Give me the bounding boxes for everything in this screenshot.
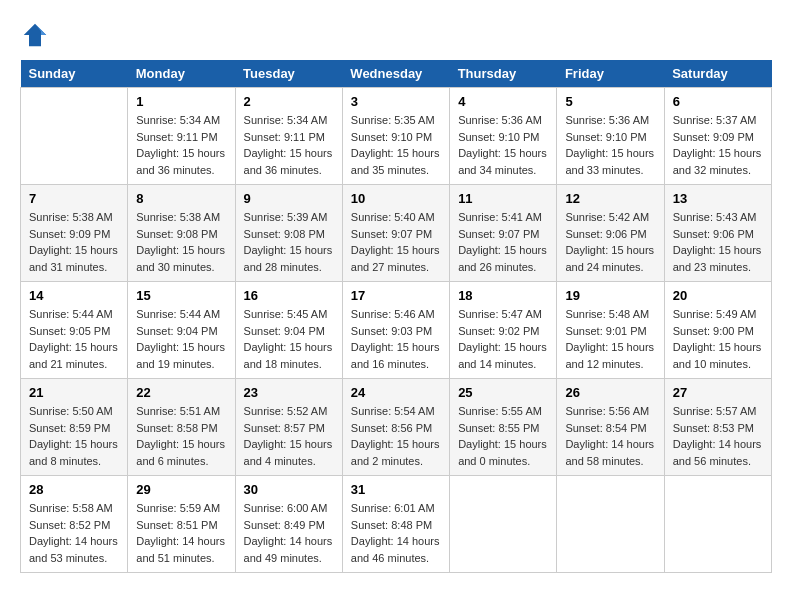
daylight: Daylight: 15 hours and 36 minutes. xyxy=(244,147,333,176)
calendar-week-0: 1 Sunrise: 5:34 AM Sunset: 9:11 PM Dayli… xyxy=(21,88,772,185)
sunrise: Sunrise: 5:56 AM xyxy=(565,405,649,417)
day-number: 26 xyxy=(565,385,655,400)
sunset: Sunset: 8:57 PM xyxy=(244,422,325,434)
sunset: Sunset: 9:08 PM xyxy=(244,228,325,240)
sunset: Sunset: 9:08 PM xyxy=(136,228,217,240)
day-info: Sunrise: 5:51 AM Sunset: 8:58 PM Dayligh… xyxy=(136,403,226,469)
calendar-cell: 30 Sunrise: 6:00 AM Sunset: 8:49 PM Dayl… xyxy=(235,476,342,573)
calendar-cell: 8 Sunrise: 5:38 AM Sunset: 9:08 PM Dayli… xyxy=(128,185,235,282)
calendar-cell: 14 Sunrise: 5:44 AM Sunset: 9:05 PM Dayl… xyxy=(21,282,128,379)
daylight: Daylight: 15 hours and 23 minutes. xyxy=(673,244,762,273)
sunset: Sunset: 9:11 PM xyxy=(136,131,217,143)
daylight: Daylight: 14 hours and 53 minutes. xyxy=(29,535,118,564)
day-info: Sunrise: 5:39 AM Sunset: 9:08 PM Dayligh… xyxy=(244,209,334,275)
calendar-cell: 24 Sunrise: 5:54 AM Sunset: 8:56 PM Dayl… xyxy=(342,379,449,476)
calendar-cell: 2 Sunrise: 5:34 AM Sunset: 9:11 PM Dayli… xyxy=(235,88,342,185)
day-info: Sunrise: 5:55 AM Sunset: 8:55 PM Dayligh… xyxy=(458,403,548,469)
calendar-cell: 16 Sunrise: 5:45 AM Sunset: 9:04 PM Dayl… xyxy=(235,282,342,379)
day-info: Sunrise: 5:36 AM Sunset: 9:10 PM Dayligh… xyxy=(458,112,548,178)
day-info: Sunrise: 5:40 AM Sunset: 9:07 PM Dayligh… xyxy=(351,209,441,275)
daylight: Daylight: 14 hours and 51 minutes. xyxy=(136,535,225,564)
day-number: 5 xyxy=(565,94,655,109)
daylight: Daylight: 15 hours and 6 minutes. xyxy=(136,438,225,467)
daylight: Daylight: 14 hours and 49 minutes. xyxy=(244,535,333,564)
sunrise: Sunrise: 5:51 AM xyxy=(136,405,220,417)
calendar-cell: 22 Sunrise: 5:51 AM Sunset: 8:58 PM Dayl… xyxy=(128,379,235,476)
calendar-cell: 15 Sunrise: 5:44 AM Sunset: 9:04 PM Dayl… xyxy=(128,282,235,379)
sunrise: Sunrise: 5:34 AM xyxy=(136,114,220,126)
sunrise: Sunrise: 5:36 AM xyxy=(458,114,542,126)
sunset: Sunset: 8:51 PM xyxy=(136,519,217,531)
calendar-cell: 20 Sunrise: 5:49 AM Sunset: 9:00 PM Dayl… xyxy=(664,282,771,379)
day-number: 11 xyxy=(458,191,548,206)
day-number: 16 xyxy=(244,288,334,303)
sunrise: Sunrise: 5:47 AM xyxy=(458,308,542,320)
day-info: Sunrise: 5:45 AM Sunset: 9:04 PM Dayligh… xyxy=(244,306,334,372)
calendar-cell: 17 Sunrise: 5:46 AM Sunset: 9:03 PM Dayl… xyxy=(342,282,449,379)
sunset: Sunset: 8:48 PM xyxy=(351,519,432,531)
daylight: Daylight: 15 hours and 24 minutes. xyxy=(565,244,654,273)
day-info: Sunrise: 5:44 AM Sunset: 9:05 PM Dayligh… xyxy=(29,306,119,372)
daylight: Daylight: 15 hours and 2 minutes. xyxy=(351,438,440,467)
calendar-cell: 25 Sunrise: 5:55 AM Sunset: 8:55 PM Dayl… xyxy=(450,379,557,476)
day-number: 10 xyxy=(351,191,441,206)
sunset: Sunset: 9:09 PM xyxy=(29,228,110,240)
day-number: 22 xyxy=(136,385,226,400)
calendar-header-row: SundayMondayTuesdayWednesdayThursdayFrid… xyxy=(21,60,772,88)
sunrise: Sunrise: 5:48 AM xyxy=(565,308,649,320)
calendar-cell: 11 Sunrise: 5:41 AM Sunset: 9:07 PM Dayl… xyxy=(450,185,557,282)
calendar-cell: 27 Sunrise: 5:57 AM Sunset: 8:53 PM Dayl… xyxy=(664,379,771,476)
day-info: Sunrise: 5:36 AM Sunset: 9:10 PM Dayligh… xyxy=(565,112,655,178)
sunrise: Sunrise: 6:00 AM xyxy=(244,502,328,514)
calendar-cell: 21 Sunrise: 5:50 AM Sunset: 8:59 PM Dayl… xyxy=(21,379,128,476)
daylight: Daylight: 15 hours and 32 minutes. xyxy=(673,147,762,176)
sunrise: Sunrise: 5:49 AM xyxy=(673,308,757,320)
sunset: Sunset: 8:49 PM xyxy=(244,519,325,531)
sunrise: Sunrise: 5:45 AM xyxy=(244,308,328,320)
sunset: Sunset: 9:06 PM xyxy=(565,228,646,240)
sunrise: Sunrise: 5:34 AM xyxy=(244,114,328,126)
calendar-cell: 7 Sunrise: 5:38 AM Sunset: 9:09 PM Dayli… xyxy=(21,185,128,282)
sunrise: Sunrise: 5:35 AM xyxy=(351,114,435,126)
day-number: 30 xyxy=(244,482,334,497)
sunrise: Sunrise: 5:55 AM xyxy=(458,405,542,417)
daylight: Daylight: 14 hours and 46 minutes. xyxy=(351,535,440,564)
day-info: Sunrise: 5:49 AM Sunset: 9:00 PM Dayligh… xyxy=(673,306,763,372)
sunrise: Sunrise: 5:58 AM xyxy=(29,502,113,514)
sunset: Sunset: 8:58 PM xyxy=(136,422,217,434)
calendar-cell: 18 Sunrise: 5:47 AM Sunset: 9:02 PM Dayl… xyxy=(450,282,557,379)
day-info: Sunrise: 5:38 AM Sunset: 9:09 PM Dayligh… xyxy=(29,209,119,275)
calendar-cell: 19 Sunrise: 5:48 AM Sunset: 9:01 PM Dayl… xyxy=(557,282,664,379)
calendar-table: SundayMondayTuesdayWednesdayThursdayFrid… xyxy=(20,60,772,573)
calendar-cell: 6 Sunrise: 5:37 AM Sunset: 9:09 PM Dayli… xyxy=(664,88,771,185)
calendar-cell: 5 Sunrise: 5:36 AM Sunset: 9:10 PM Dayli… xyxy=(557,88,664,185)
daylight: Daylight: 15 hours and 33 minutes. xyxy=(565,147,654,176)
sunset: Sunset: 9:04 PM xyxy=(136,325,217,337)
day-info: Sunrise: 5:59 AM Sunset: 8:51 PM Dayligh… xyxy=(136,500,226,566)
day-number: 28 xyxy=(29,482,119,497)
day-number: 20 xyxy=(673,288,763,303)
sunrise: Sunrise: 6:01 AM xyxy=(351,502,435,514)
day-number: 9 xyxy=(244,191,334,206)
sunrise: Sunrise: 5:42 AM xyxy=(565,211,649,223)
daylight: Daylight: 15 hours and 34 minutes. xyxy=(458,147,547,176)
sunset: Sunset: 9:03 PM xyxy=(351,325,432,337)
calendar-cell: 29 Sunrise: 5:59 AM Sunset: 8:51 PM Dayl… xyxy=(128,476,235,573)
day-number: 19 xyxy=(565,288,655,303)
sunrise: Sunrise: 5:54 AM xyxy=(351,405,435,417)
day-info: Sunrise: 5:43 AM Sunset: 9:06 PM Dayligh… xyxy=(673,209,763,275)
daylight: Daylight: 15 hours and 4 minutes. xyxy=(244,438,333,467)
sunset: Sunset: 8:55 PM xyxy=(458,422,539,434)
day-info: Sunrise: 5:57 AM Sunset: 8:53 PM Dayligh… xyxy=(673,403,763,469)
day-number: 13 xyxy=(673,191,763,206)
sunrise: Sunrise: 5:43 AM xyxy=(673,211,757,223)
day-number: 21 xyxy=(29,385,119,400)
day-info: Sunrise: 5:52 AM Sunset: 8:57 PM Dayligh… xyxy=(244,403,334,469)
day-number: 14 xyxy=(29,288,119,303)
day-number: 17 xyxy=(351,288,441,303)
calendar-cell: 9 Sunrise: 5:39 AM Sunset: 9:08 PM Dayli… xyxy=(235,185,342,282)
header-sunday: Sunday xyxy=(21,60,128,88)
sunset: Sunset: 8:54 PM xyxy=(565,422,646,434)
sunrise: Sunrise: 5:38 AM xyxy=(29,211,113,223)
sunrise: Sunrise: 5:37 AM xyxy=(673,114,757,126)
